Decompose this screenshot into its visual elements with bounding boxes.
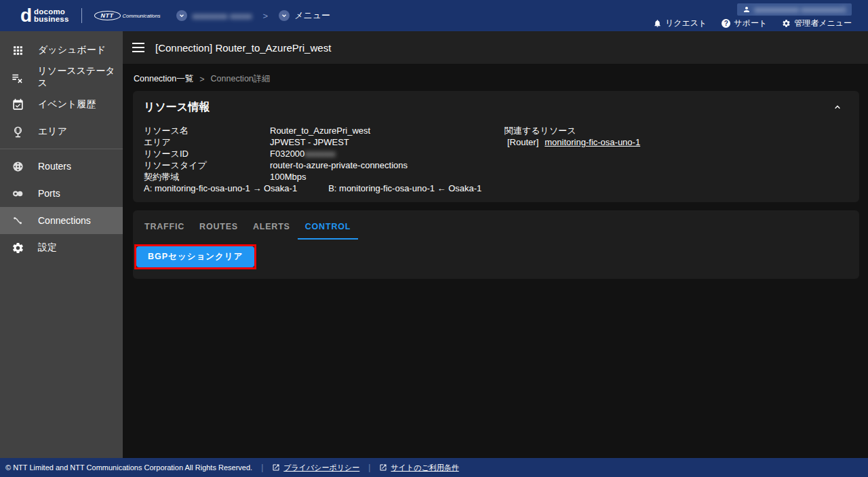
tab-control[interactable]: CONTROL xyxy=(298,216,358,240)
ports-icon xyxy=(9,185,26,202)
direction-a: A: monitoring-fic-osa-uno-1 → Osaka-1 xyxy=(144,183,297,194)
topbar-brand-area: d docomo business NTT Communications xxx… xyxy=(0,7,330,24)
field-value: Router_to_AzurePri_west xyxy=(270,125,370,136)
support-label: サポート xyxy=(734,18,767,29)
breadcrumb-separator: > xyxy=(199,75,204,84)
topbar-links: リクエスト ? サポート 管理者メニュー xyxy=(653,18,852,29)
field-resource-name: リソース名 Router_to_AzurePri_west xyxy=(144,125,505,136)
resource-info-title: リソース情報 xyxy=(144,100,848,115)
calendar-check-icon xyxy=(9,96,26,113)
topbar-separator: > xyxy=(263,11,269,21)
help-icon: ? xyxy=(722,19,730,28)
collapse-chevron-icon[interactable] xyxy=(832,102,843,113)
docomo-d-mark: d xyxy=(20,7,31,24)
connections-icon xyxy=(9,212,26,229)
topbar-user-area: sxxxxxxxxxxx xxxxxxxxxxx1 リクエスト ? サポート 管… xyxy=(653,2,868,29)
admin-menu-link[interactable]: 管理者メニュー xyxy=(782,18,852,29)
field-value: JPWEST - JPWEST xyxy=(270,136,349,148)
sidebar-item-label: リソースステータス xyxy=(37,65,123,90)
support-link[interactable]: ? サポート xyxy=(722,18,767,29)
field-resource-type: リソースタイプ router-to-azure-private-connecti… xyxy=(144,159,505,171)
page-header: [Connection] Router_to_AzurePri_west xyxy=(123,31,868,64)
footer-divider: | xyxy=(368,463,370,472)
sidebar-divider xyxy=(0,149,123,149)
brand-line-business: business xyxy=(34,16,68,23)
terms-of-use-link[interactable]: サイトのご利用条件 xyxy=(379,463,458,473)
menu-label: メニュー xyxy=(294,9,330,22)
menu-dropdown[interactable]: メニュー xyxy=(279,9,330,22)
ab-direction-row: A: monitoring-fic-osa-uno-1 → Osaka-1 B:… xyxy=(144,183,505,194)
request-link[interactable]: リクエスト xyxy=(653,18,707,29)
sidebar-item-label: イベント履歴 xyxy=(38,98,96,111)
sidebar-item-label: エリア xyxy=(38,126,67,138)
tenant-name-redacted: xxxxxxxx xxxxx xyxy=(192,11,252,21)
bell-icon xyxy=(653,19,662,28)
field-label: エリア xyxy=(144,136,270,148)
chevron-down-circle-icon xyxy=(279,10,290,21)
sidebar-item-label: 設定 xyxy=(38,242,57,254)
sidebar-item-routers[interactable]: Routers xyxy=(0,153,123,180)
related-resource-type: [Router] xyxy=(507,136,538,148)
field-area: エリア JPWEST - JPWEST xyxy=(144,136,505,148)
field-label: リソースタイプ xyxy=(144,159,270,171)
user-account-badge[interactable]: sxxxxxxxxxxx xxxxxxxxxxx1 xyxy=(737,3,852,16)
grid-icon xyxy=(9,42,26,58)
open-in-new-icon xyxy=(272,463,280,472)
sidebar-item-resource-status[interactable]: リソースステータス xyxy=(0,64,123,91)
breadcrumb-connection-list[interactable]: Connection一覧 xyxy=(134,73,193,85)
ntt-communications-logo: NTT Communications xyxy=(94,11,161,20)
top-navbar: d docomo business NTT Communications xxx… xyxy=(0,0,868,31)
ntt-mark: NTT xyxy=(94,11,121,20)
sidebar-item-settings[interactable]: 設定 xyxy=(0,234,123,261)
field-value: F032000xxxxxxx xyxy=(270,148,336,159)
tenant-selector[interactable]: xxxxxxxx xxxxx xyxy=(176,10,252,21)
detail-tabs-card: TRAFFIC ROUTES ALERTS CONTROL BGPセッションクリ… xyxy=(133,210,859,279)
field-label: リソースID xyxy=(144,148,270,159)
field-label: 契約帯域 xyxy=(144,171,270,183)
person-icon xyxy=(743,5,751,14)
sidebar-item-connections[interactable]: Connections xyxy=(0,207,123,234)
footer-divider: | xyxy=(261,463,263,472)
user-name-redacted: sxxxxxxxxxxx xxxxxxxxxxx1 xyxy=(754,5,846,14)
resource-info-grid: リソース名 Router_to_AzurePri_west エリア JPWEST… xyxy=(144,125,848,194)
sidebar-item-area[interactable]: エリア xyxy=(0,118,123,145)
privacy-policy-label: プライバシーポリシー xyxy=(283,463,359,473)
detail-tabs: TRAFFIC ROUTES ALERTS CONTROL xyxy=(133,216,859,240)
related-resources: 関連するリソース [Router] monitoring-fic-osa-uno… xyxy=(505,125,640,194)
field-resource-id: リソースID F032000xxxxxxx xyxy=(144,148,505,159)
direction-b: B: monitoring-fic-osa-uno-1 ← Osaka-1 xyxy=(328,183,481,194)
sidebar-item-event-history[interactable]: イベント履歴 xyxy=(0,91,123,118)
field-label: リソース名 xyxy=(144,125,270,136)
field-value: router-to-azure-private-connections xyxy=(270,159,408,171)
resource-fields: リソース名 Router_to_AzurePri_west エリア JPWEST… xyxy=(144,125,505,194)
router-icon xyxy=(9,158,26,174)
field-value: 100Mbps xyxy=(270,171,306,183)
page-title: [Connection] Router_to_AzurePri_west xyxy=(155,42,331,54)
sidebar-item-label: Routers xyxy=(38,161,71,172)
brand-divider xyxy=(81,8,82,23)
resource-info-card: リソース情報 リソース名 Router_to_AzurePri_west エリア… xyxy=(133,91,859,202)
field-bandwidth: 契約帯域 100Mbps xyxy=(144,171,505,183)
open-in-new-icon xyxy=(379,463,387,472)
chevron-down-circle-icon xyxy=(176,10,187,21)
tab-traffic[interactable]: TRAFFIC xyxy=(137,216,192,240)
privacy-policy-link[interactable]: プライバシーポリシー xyxy=(272,463,359,473)
footer: © NTT Limited and NTT Communications Cor… xyxy=(0,458,868,477)
sidebar-item-dashboard[interactable]: ダッシュボード xyxy=(0,37,123,64)
sidebar-item-ports[interactable]: Ports xyxy=(0,180,123,207)
tab-routes[interactable]: ROUTES xyxy=(192,216,245,240)
bgp-session-clear-button[interactable]: BGPセッションクリア xyxy=(136,246,254,267)
gear-icon xyxy=(9,240,26,256)
related-resource-row: [Router] monitoring-fic-osa-uno-1 xyxy=(505,136,640,148)
breadcrumb-connection-detail: Connection詳細 xyxy=(211,73,271,85)
tab-alerts[interactable]: ALERTS xyxy=(245,216,298,240)
sidebar-item-label: Ports xyxy=(38,188,60,199)
hamburger-menu-icon[interactable] xyxy=(132,43,144,52)
related-router-link[interactable]: monitoring-fic-osa-uno-1 xyxy=(545,136,640,148)
sidebar-item-label: Connections xyxy=(38,215,91,226)
breadcrumb: Connection一覧 > Connection詳細 xyxy=(123,64,868,91)
related-resources-title: 関連するリソース xyxy=(505,125,640,136)
request-label: リクエスト xyxy=(665,18,707,29)
globe-icon xyxy=(9,123,26,140)
main-content: [Connection] Router_to_AzurePri_west Con… xyxy=(123,31,868,458)
